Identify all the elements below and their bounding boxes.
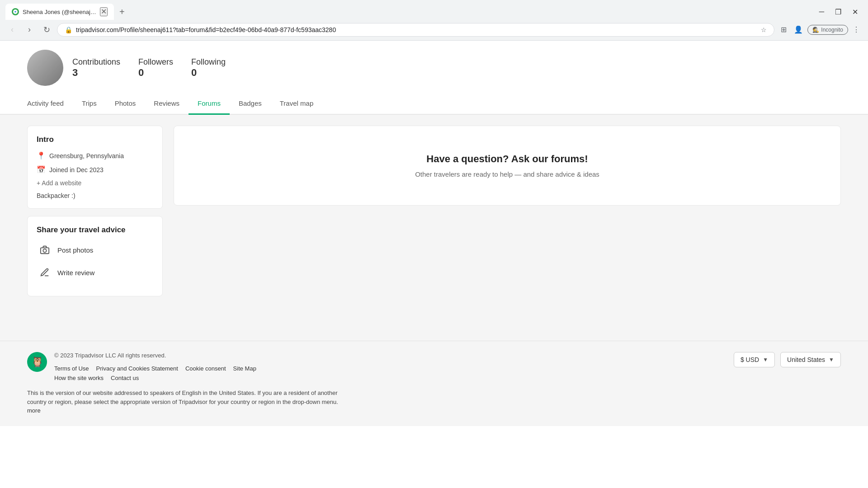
- tab-badges[interactable]: Badges: [230, 93, 271, 115]
- page-content: Contributions 3 Followers 0 Following 0 …: [0, 41, 868, 426]
- bio-text: Backpacker :): [37, 192, 153, 199]
- site-map-link[interactable]: Site Map: [233, 365, 256, 372]
- menu-button[interactable]: ⋮: [850, 23, 863, 37]
- calendar-icon: 📅: [37, 165, 46, 174]
- following-stat: Following 0: [191, 57, 226, 79]
- tab-photos[interactable]: Photos: [106, 93, 145, 115]
- followers-label: Followers: [138, 57, 173, 67]
- write-review-action[interactable]: Write review: [37, 264, 153, 281]
- svg-point-2: [43, 249, 46, 252]
- new-tab-button[interactable]: +: [116, 5, 128, 19]
- tab-reviews[interactable]: Reviews: [145, 93, 189, 115]
- post-photos-action[interactable]: Post photos: [37, 242, 153, 258]
- reload-button[interactable]: ↻: [40, 23, 53, 37]
- following-label: Following: [191, 57, 226, 67]
- minimize-button[interactable]: ─: [815, 6, 829, 18]
- profile-stats: Contributions 3 Followers 0 Following 0: [72, 57, 226, 79]
- cookie-consent-link[interactable]: Cookie consent: [185, 365, 226, 372]
- add-website-label: + Add a website: [37, 179, 81, 187]
- region-label: United States: [787, 356, 825, 363]
- tab-travel-map[interactable]: Travel map: [271, 93, 322, 115]
- address-bar[interactable]: 🔒 tripadvisor.com/Profile/sheenaj611?tab…: [57, 23, 774, 37]
- share-title: Share your travel advice: [37, 225, 153, 235]
- intro-title: Intro: [37, 135, 153, 144]
- forward-button[interactable]: ›: [23, 23, 36, 36]
- tab-forums[interactable]: Forums: [189, 93, 230, 115]
- browser-address-bar: ‹ › ↻ 🔒 tripadvisor.com/Profile/sheenaj6…: [0, 20, 868, 40]
- tab-title: Sheena Jones (@sheenaj611) - F...: [23, 9, 96, 15]
- share-card: Share your travel advice Post photos: [27, 216, 163, 296]
- back-button[interactable]: ‹: [5, 23, 19, 36]
- footer-left: 🦉 © 2023 Tripadvisor LLC All rights rese…: [27, 352, 256, 381]
- joined-item: 📅 Joined in Dec 2023: [37, 165, 153, 174]
- following-value: 0: [191, 67, 226, 79]
- tab-activity-feed[interactable]: Activity feed: [27, 93, 73, 115]
- region-dropdown-arrow-icon: ▼: [829, 357, 834, 363]
- bookmark-star-icon[interactable]: ☆: [761, 26, 767, 33]
- profile-button[interactable]: 👤: [791, 23, 806, 37]
- extensions-button[interactable]: ⊞: [778, 23, 789, 37]
- profile-nav: Activity feed Trips Photos Reviews Forum…: [0, 93, 868, 115]
- write-review-label: Write review: [57, 269, 94, 277]
- tripadvisor-logo: 🦉: [27, 352, 47, 372]
- followers-value: 0: [138, 67, 173, 79]
- currency-label: $ USD: [741, 356, 759, 363]
- main-layout: Intro 📍 Greensburg, Pennsylvania 📅 Joine…: [0, 115, 868, 341]
- browser-actions: ⊞ 👤 🕵 Incognito ⋮: [778, 23, 863, 37]
- address-bar-icons: ☆: [761, 26, 767, 33]
- contact-us-link[interactable]: Contact us: [111, 375, 139, 381]
- location-item: 📍 Greensburg, Pennsylvania: [37, 151, 153, 160]
- add-website-link[interactable]: + Add a website: [37, 179, 153, 187]
- main-content: Have a question? Ask our forums! Other t…: [174, 126, 841, 330]
- region-dropdown[interactable]: United States ▼: [780, 352, 841, 367]
- forum-empty-title: Have a question? Ask our forums!: [192, 153, 822, 165]
- close-window-button[interactable]: ✕: [848, 6, 863, 18]
- security-lock-icon: 🔒: [65, 26, 72, 33]
- footer-right: $ USD ▼ United States ▼: [734, 352, 841, 367]
- avatar: [27, 50, 63, 86]
- footer-links: © 2023 Tripadvisor LLC All rights reserv…: [54, 352, 256, 381]
- browser-tab[interactable]: Sheena Jones (@sheenaj611) - F... ✕: [5, 4, 114, 20]
- window-controls: ─ ❐ ✕: [815, 6, 863, 18]
- terms-of-use-link[interactable]: Terms of Use: [54, 365, 89, 372]
- location-icon: 📍: [37, 151, 46, 160]
- contributions-value: 3: [72, 67, 120, 79]
- location-text: Greensburg, Pennsylvania: [49, 152, 124, 160]
- forum-empty-state: Have a question? Ask our forums! Other t…: [174, 126, 841, 206]
- restore-button[interactable]: ❐: [830, 6, 846, 18]
- footer-links-row-1: Terms of Use Privacy and Cookies Stateme…: [54, 365, 256, 372]
- tab-favicon: [12, 8, 19, 15]
- intro-card: Intro 📍 Greensburg, Pennsylvania 📅 Joine…: [27, 126, 163, 209]
- privacy-link[interactable]: Privacy and Cookies Statement: [96, 365, 178, 372]
- tab-close-button[interactable]: ✕: [100, 7, 108, 16]
- how-site-works-link[interactable]: How the site works: [54, 375, 104, 381]
- footer-links-row-2: How the site works Contact us: [54, 375, 256, 381]
- browser-chrome: Sheena Jones (@sheenaj611) - F... ✕ + ─ …: [0, 0, 868, 41]
- currency-dropdown[interactable]: $ USD ▼: [734, 352, 775, 367]
- sidebar: Intro 📍 Greensburg, Pennsylvania 📅 Joine…: [27, 126, 163, 330]
- browser-title-bar: Sheena Jones (@sheenaj611) - F... ✕ + ─ …: [0, 0, 868, 20]
- contributions-label: Contributions: [72, 57, 120, 67]
- incognito-icon: 🕵: [812, 27, 819, 33]
- tripadvisor-logo-icon: 🦉: [31, 356, 43, 368]
- tab-trips[interactable]: Trips: [73, 93, 106, 115]
- footer-locale-text: This is the version of our website addre…: [27, 389, 344, 415]
- url-display: tripadvisor.com/Profile/sheenaj611?tab=f…: [76, 26, 757, 33]
- write-icon: [37, 264, 53, 281]
- joined-text: Joined in Dec 2023: [49, 166, 104, 174]
- post-photos-label: Post photos: [57, 246, 93, 254]
- locale-more-link[interactable]: more: [27, 407, 41, 414]
- camera-icon: [37, 242, 53, 258]
- followers-stat: Followers 0: [138, 57, 173, 79]
- footer-copyright: © 2023 Tripadvisor LLC All rights reserv…: [54, 352, 256, 359]
- contributions-stat: Contributions 3: [72, 57, 120, 79]
- forum-empty-subtitle: Other travelers are ready to help — and …: [192, 170, 822, 178]
- currency-dropdown-arrow-icon: ▼: [763, 357, 768, 363]
- footer-top: 🦉 © 2023 Tripadvisor LLC All rights rese…: [27, 352, 841, 381]
- page-footer: 🦉 © 2023 Tripadvisor LLC All rights rese…: [0, 341, 868, 426]
- incognito-badge: 🕵 Incognito: [807, 25, 848, 35]
- profile-header: Contributions 3 Followers 0 Following 0: [0, 41, 868, 86]
